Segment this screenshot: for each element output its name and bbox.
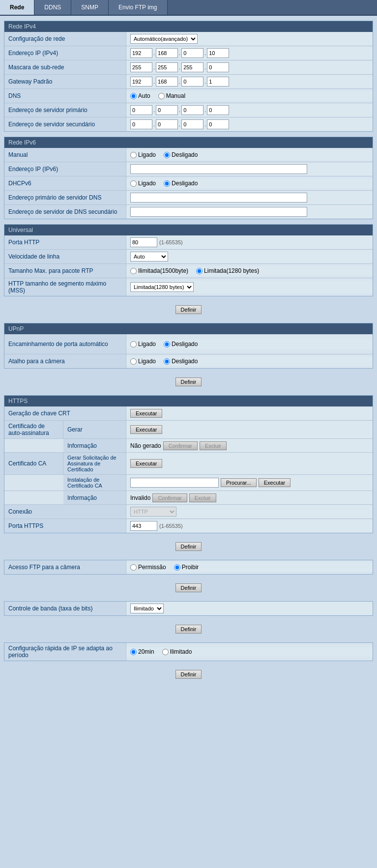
ip-ipv4-content: . . .: [126, 47, 373, 59]
gateway-4[interactable]: [207, 77, 229, 87]
ipv6-manual-off[interactable]: Desligado: [164, 151, 198, 158]
self-sign-excluir-button[interactable]: Excluir: [200, 441, 227, 450]
quickip-definir-button[interactable]: Definir: [175, 670, 202, 679]
mask-4[interactable]: [207, 62, 229, 72]
ca-cert-gerar-button[interactable]: Executar: [130, 459, 162, 468]
ip-ipv4-3[interactable]: [181, 48, 203, 58]
gateway-2[interactable]: [156, 77, 178, 87]
dns-primary-4[interactable]: [207, 105, 229, 115]
dhcpv6-off-radio[interactable]: [164, 180, 170, 187]
tab-ftp-img[interactable]: Envio FTP img: [109, 0, 167, 15]
dns-primary-3[interactable]: [181, 105, 203, 115]
upnp-definir-button[interactable]: Definir: [175, 377, 202, 386]
config-rede-label: Configuração de rede: [4, 32, 126, 46]
rtp-limited-radio[interactable]: [196, 268, 203, 274]
ftp-allow[interactable]: Permissão: [130, 564, 166, 571]
port-forward-off-radio[interactable]: [164, 341, 170, 347]
rtp-unlimited[interactable]: Ilimitada(1500byte): [130, 267, 188, 274]
dhcpv6-off[interactable]: Desligado: [164, 180, 198, 187]
port-forward-off[interactable]: Desligado: [164, 341, 198, 347]
bandwidth-select[interactable]: Ilimitado 256kbps 512kbps 1Mbps 2Mbps 4M…: [130, 604, 164, 613]
camera-shortcut-off[interactable]: Desligado: [164, 358, 198, 365]
ipv6-manual-on[interactable]: Ligado: [130, 151, 156, 158]
mask-3[interactable]: [181, 62, 203, 72]
ipv6-addr-input[interactable]: [130, 164, 307, 174]
self-sign-gerar-button[interactable]: Executar: [130, 425, 162, 434]
dhcpv6-label: DHCPv6: [4, 176, 126, 190]
dns-auto-item[interactable]: Auto: [130, 92, 150, 99]
ftp-definir-row: Definir: [4, 579, 373, 596]
port-forward-on[interactable]: Ligado: [130, 341, 156, 347]
dns-manual-item[interactable]: Manual: [158, 92, 185, 99]
dns-secondary-1[interactable]: [130, 119, 152, 129]
camera-shortcut-on[interactable]: Ligado: [130, 358, 156, 365]
dns-secondary-3[interactable]: [181, 119, 203, 129]
ipv6-dns-primary-input[interactable]: [130, 193, 307, 203]
mss-select[interactable]: Limitada(1280 bytes) Ilimitada(1500 byte…: [130, 282, 194, 292]
ca-cert-confirmar-button[interactable]: Confirmar: [152, 493, 187, 502]
universal-definir-row: Definir: [4, 301, 373, 318]
rtp-size-content: Ilimitada(1500byte) Limitada(1280 bytes): [126, 266, 373, 276]
https-port-input[interactable]: [130, 521, 157, 531]
tab-rede[interactable]: Rede: [0, 0, 34, 15]
bandwidth-definir-button[interactable]: Definir: [175, 625, 202, 634]
ipv6-dns-secondary-label: Endereço de servidor de DNS secundário: [4, 205, 126, 219]
universal-definir-button[interactable]: Definir: [175, 305, 202, 314]
rtp-limited[interactable]: Limitada(1280 bytes): [196, 267, 259, 274]
self-sign-confirmar-button[interactable]: Confirmar: [163, 441, 198, 450]
quickip-unlimited[interactable]: Ilimitado: [162, 648, 192, 655]
self-sign-gerar-row: Certificado de auto-assinatura Gerar Exe…: [4, 421, 373, 439]
ftp-definir-button[interactable]: Definir: [175, 583, 202, 592]
tab-ddns[interactable]: DDNS: [34, 0, 71, 15]
upnp-definir-row: Definir: [4, 374, 373, 390]
self-sign-info-row: Informação Não gerado Confirmar Excluir: [4, 439, 373, 453]
ca-cert-procurar-button[interactable]: Procurar...: [221, 478, 257, 487]
https-definir-button[interactable]: Definir: [175, 542, 202, 551]
ip-ipv4-4[interactable]: [207, 48, 229, 58]
ca-cert-executar-button[interactable]: Executar: [259, 478, 290, 487]
dns-manual-radio[interactable]: [158, 93, 165, 99]
config-rede-select[interactable]: Automático(avançado) Manual: [130, 34, 198, 44]
mask-1[interactable]: [130, 62, 152, 72]
quickip-20min[interactable]: 20min: [130, 648, 154, 655]
ipv6-manual-on-radio[interactable]: [130, 152, 137, 158]
ftp-deny-radio[interactable]: [174, 564, 180, 571]
mask-group: . . .: [130, 62, 229, 72]
ipv6-dns-secondary-input[interactable]: [130, 207, 307, 217]
ftp-deny[interactable]: Proibir: [174, 564, 199, 571]
camera-shortcut-off-radio[interactable]: [164, 358, 170, 365]
gateway-row: Gateway Padrão . . .: [4, 75, 373, 89]
dns-auto-radio[interactable]: [130, 93, 137, 99]
dhcpv6-on-radio[interactable]: [130, 180, 137, 187]
http-port-input[interactable]: [130, 237, 157, 247]
ip-ipv4-2[interactable]: [156, 48, 178, 58]
crt-key-executar-button[interactable]: Executar: [130, 409, 162, 418]
rtp-size-radio-group: Ilimitada(1500byte) Limitada(1280 bytes): [130, 267, 259, 274]
self-sign-info-sublabel: Informação: [63, 439, 126, 452]
quickip-unlimited-radio[interactable]: [162, 649, 169, 655]
ftp-allow-radio[interactable]: [130, 564, 137, 571]
dns-primary-2[interactable]: [156, 105, 178, 115]
ipv6-manual-off-radio[interactable]: [164, 152, 170, 158]
conexao-select[interactable]: HTTP HTTPS HTTP/HTTPS: [130, 507, 176, 517]
dns-secondary-row: Endereço de servidor secundário . . .: [4, 117, 373, 131]
upnp-section: UPnP Encaminhamento de porta automático …: [4, 323, 373, 369]
https-section: HTTPS Geração de chave CRT Executar Cert…: [4, 395, 373, 533]
tab-snmp[interactable]: SNMP: [71, 0, 109, 15]
mss-label: HTTP tamanho de segmento máximo (MSS): [4, 278, 126, 296]
port-forward-on-radio[interactable]: [130, 341, 137, 347]
camera-shortcut-on-radio[interactable]: [130, 358, 137, 365]
gateway-1[interactable]: [130, 77, 152, 87]
dns-primary-1[interactable]: [130, 105, 152, 115]
quickip-20min-radio[interactable]: [130, 649, 137, 655]
ca-cert-install-input[interactable]: [130, 478, 219, 488]
mask-2[interactable]: [156, 62, 178, 72]
rtp-unlimited-radio[interactable]: [130, 268, 137, 274]
line-speed-select[interactable]: Auto 10M-Half 10M-Full 100M-Half 100M-Fu…: [130, 252, 168, 261]
ca-cert-excluir-button[interactable]: Excluir: [189, 493, 216, 502]
dhcpv6-on[interactable]: Ligado: [130, 180, 156, 187]
dns-secondary-4[interactable]: [207, 119, 229, 129]
dns-secondary-2[interactable]: [156, 119, 178, 129]
gateway-3[interactable]: [181, 77, 203, 87]
ip-ipv4-1[interactable]: [130, 48, 152, 58]
